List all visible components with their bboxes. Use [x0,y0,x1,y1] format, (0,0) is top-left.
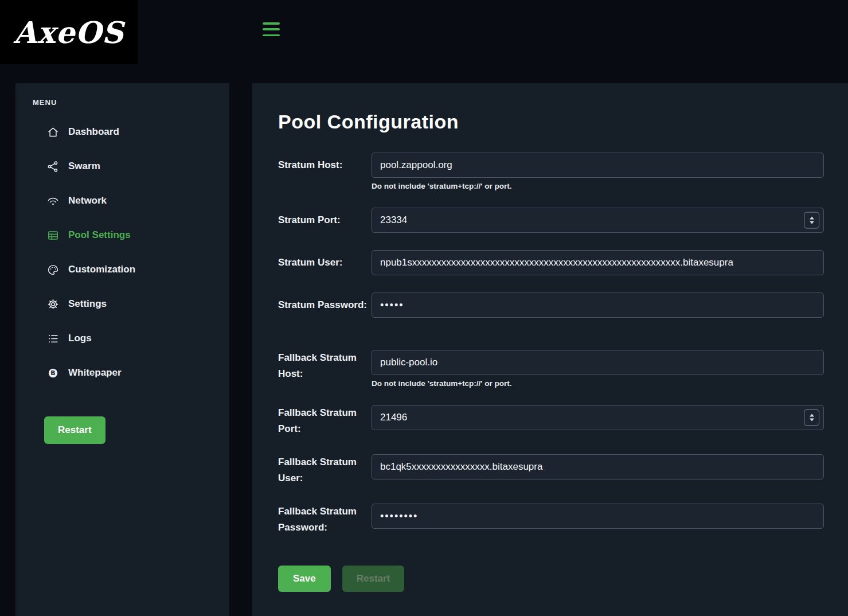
fallback-stratum-password-input[interactable] [372,504,824,529]
fallback-stratum-port-input[interactable] [372,405,824,430]
sidebar-item-whitepaper[interactable]: B Whitepaper [15,356,229,390]
fallback-stratum-user-row: Fallback Stratum User: [278,454,824,486]
fallback-stratum-password-label: Fallback Stratum Password: [278,504,372,536]
main-panel: Pool Configuration Stratum Host: Do not … [252,83,848,616]
menu-toggle-button[interactable] [263,22,280,36]
stratum-user-input[interactable] [372,250,824,275]
home-icon [47,126,59,138]
sidebar: MENU Dashboard Swarm [15,83,229,616]
sidebar-item-pool-settings[interactable]: Pool Settings [15,218,229,252]
fallback-stratum-password-row: Fallback Stratum Password: [278,504,824,536]
fallback-stratum-host-row: Fallback Stratum Host: Do not include 's… [278,350,824,388]
sidebar-item-label: Settings [68,298,107,310]
sidebar-item-logs[interactable]: Logs [15,321,229,356]
stepper-down-icon[interactable] [810,419,814,422]
list-icon [47,333,59,345]
sidebar-item-label: Pool Settings [68,229,131,241]
fallback-stratum-host-input[interactable] [372,350,824,375]
restart-button[interactable]: Restart [342,566,405,592]
table-icon [47,229,59,241]
sidebar-restart-button[interactable]: Restart [44,416,105,444]
page-title: Pool Configuration [278,111,824,133]
sidebar-item-label: Dashboard [68,126,119,138]
sidebar-item-label: Customization [68,264,135,275]
axeos-logo-text: AxeOS [14,15,124,50]
sidebar-item-label: Logs [68,333,92,344]
stratum-host-input[interactable] [372,153,824,178]
sidebar-item-customization[interactable]: Customization [15,252,229,287]
fallback-stratum-host-hint: Do not include 'stratum+tcp://' or port. [372,379,824,388]
wifi-icon [47,195,59,207]
sidebar-item-label: Whitepaper [68,367,122,379]
menu-section-label: MENU [15,98,229,107]
header: AxeOS [0,0,848,59]
stratum-host-label: Stratum Host: [278,153,372,178]
fallback-stratum-port-stepper[interactable] [804,410,819,426]
stratum-port-label: Stratum Port: [278,208,372,233]
stratum-port-stepper[interactable] [804,212,819,229]
fallback-stratum-user-label: Fallback Stratum User: [278,454,372,486]
stratum-password-row: Stratum Password: [278,293,824,318]
sidebar-item-network[interactable]: Network [15,184,229,218]
stratum-password-label: Stratum Password: [278,293,372,318]
content: MENU Dashboard Swarm [15,83,848,616]
palette-icon [47,264,59,276]
stratum-host-row: Stratum Host: Do not include 'stratum+tc… [278,153,824,190]
stratum-user-label: Stratum User: [278,250,372,275]
svg-text:B: B [50,369,55,377]
fallback-stratum-user-input[interactable] [372,454,824,479]
save-button[interactable]: Save [278,566,331,592]
fallback-stratum-host-label: Fallback Stratum Host: [278,350,372,382]
sidebar-item-settings[interactable]: Settings [15,287,229,321]
sidebar-item-dashboard[interactable]: Dashboard [15,115,229,149]
form-actions: Save Restart [278,566,824,592]
sidebar-item-label: Swarm [68,161,100,172]
stratum-port-input[interactable] [372,208,824,233]
stratum-port-row: Stratum Port: [278,208,824,233]
stratum-host-hint: Do not include 'stratum+tcp://' or port. [372,182,824,190]
sidebar-item-label: Network [68,195,107,206]
stepper-up-icon[interactable] [810,414,814,417]
fallback-stratum-port-row: Fallback Stratum Port: [278,405,824,437]
hamburger-icon [263,22,280,25]
share-icon [47,161,59,173]
stratum-user-row: Stratum User: [278,250,824,275]
bitcoin-icon: B [47,367,59,379]
stepper-up-icon[interactable] [810,217,814,220]
gear-icon [47,298,59,310]
sidebar-item-swarm[interactable]: Swarm [15,149,229,184]
logo: AxeOS [0,0,138,64]
fallback-stratum-port-label: Fallback Stratum Port: [278,405,372,437]
stepper-down-icon[interactable] [810,221,814,224]
stratum-password-input[interactable] [372,293,824,318]
